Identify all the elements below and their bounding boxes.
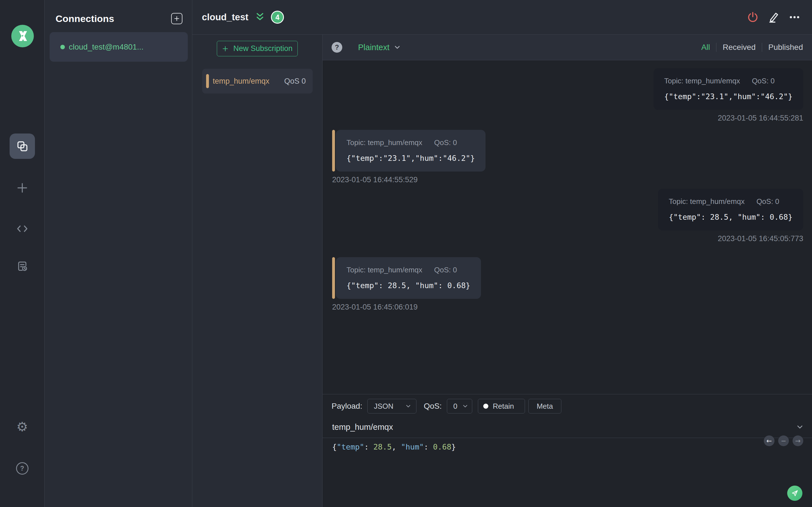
- log-icon: [16, 260, 29, 272]
- filter-published[interactable]: Published: [762, 43, 803, 52]
- header-actions: [747, 11, 801, 23]
- message-timestamp: 2023-01-05 16:44:55:529: [332, 175, 486, 184]
- help-circle-icon: ?: [16, 462, 29, 474]
- message-payload: {"temp":"23.1","hum":"46.2"}: [664, 92, 793, 101]
- next-message-button[interactable]: →: [793, 436, 803, 446]
- message-topic: Topic: temp_hum/emqx: [347, 138, 422, 147]
- payload-format-help-icon[interactable]: ?: [332, 42, 342, 53]
- subscription-topic: temp_hum/emqx: [213, 77, 269, 86]
- collapse-editor-icon[interactable]: [796, 423, 804, 431]
- connections-panel: Connections cloud_test@m4801...: [45, 0, 192, 507]
- main-body: New Subscription temp_hum/emqx QoS 0 ? P…: [192, 35, 812, 507]
- new-subscription-button[interactable]: New Subscription: [217, 41, 298, 56]
- payload-token-number: 28.5: [373, 443, 392, 451]
- message: Topic: temp_hum/emqx QoS: 0 {"temp": 28.…: [332, 257, 481, 312]
- plus-icon: [174, 15, 180, 22]
- clear-message-button[interactable]: −: [778, 436, 789, 446]
- payload-token-punct: }: [451, 443, 456, 451]
- mqttx-app: ⚙ ? Connections cloud_test@m4801... clou…: [0, 0, 812, 507]
- overlapping-squares-icon: [16, 140, 29, 153]
- connection-header: cloud_test 4: [192, 0, 812, 35]
- message-meta: Topic: temp_hum/emqx QoS: 0: [669, 197, 793, 206]
- sidebar-item-help[interactable]: ?: [16, 462, 29, 474]
- plus-icon: [222, 45, 229, 52]
- filter-received[interactable]: Received: [716, 43, 762, 52]
- main-panel: cloud_test 4: [192, 0, 812, 507]
- message-qos: QoS: 0: [434, 138, 457, 147]
- messages-toolbar: ? Plaintext All Received Published: [322, 35, 812, 60]
- message-meta: Topic: temp_hum/emqx QoS: 0: [664, 76, 793, 86]
- connection-item[interactable]: cloud_test@m4801...: [50, 32, 188, 62]
- send-button[interactable]: [787, 486, 802, 501]
- sidebar-item-log[interactable]: [16, 260, 29, 272]
- message-timestamp: 2023-01-05 16:45:06:019: [332, 303, 481, 312]
- qos-value: 0: [453, 402, 457, 411]
- topic-input[interactable]: temp_hum/emqx: [332, 422, 393, 432]
- message-row: Topic: temp_hum/emqx QoS: 0 {"temp": 28.…: [658, 189, 803, 230]
- message-format-select[interactable]: Plaintext: [358, 43, 401, 52]
- disconnect-power-icon[interactable]: [747, 11, 759, 23]
- chevron-down-icon: [405, 403, 412, 409]
- message: Topic: temp_hum/emqx QoS: 0 {"temp":"23.…: [654, 68, 803, 122]
- received-accent-bar: [332, 130, 335, 172]
- connected-status-dot: [60, 45, 65, 49]
- sidebar-item-connections[interactable]: [10, 133, 35, 159]
- subscription-qos: QoS 0: [284, 77, 306, 86]
- meta-button[interactable]: Meta: [528, 399, 561, 413]
- message-qos: QoS: 0: [752, 76, 775, 86]
- connection-name: cloud_test@m4801...: [69, 43, 144, 52]
- history-nav: ← − →: [764, 436, 803, 446]
- payload-token-punct: {: [332, 443, 337, 451]
- message-payload: {"temp": 28.5, "hum": 0.68}: [347, 281, 470, 290]
- more-options-icon[interactable]: [788, 11, 801, 23]
- payload-token-punct: :: [364, 443, 373, 451]
- retain-dot-icon: [483, 404, 488, 409]
- collapse-panel-icon[interactable]: [255, 12, 265, 22]
- payload-token-key: "hum": [401, 443, 424, 451]
- subscription-accent-bar: [206, 74, 209, 88]
- message-format-value: Plaintext: [358, 43, 389, 52]
- message-timestamp: 2023-01-05 16:44:55:281: [718, 114, 803, 122]
- subscription-count-badge: 4: [271, 11, 284, 24]
- publish-toolbar: Payload: JSON QoS: 0: [322, 394, 812, 413]
- message: Topic: temp_hum/emqx QoS: 0 {"temp":"23.…: [332, 130, 486, 184]
- connections-header: Connections: [45, 0, 192, 24]
- payload-editor[interactable]: {"temp": 28.5, "hum": 0.68}: [322, 438, 812, 451]
- code-icon: [16, 222, 29, 235]
- payload-format-value: JSON: [374, 402, 393, 411]
- filter-all[interactable]: All: [695, 43, 716, 52]
- message-list: Topic: temp_hum/emqx QoS: 0 {"temp":"23.…: [322, 60, 812, 394]
- payload-format-label: Payload:: [332, 402, 362, 411]
- message-payload: {"temp": 28.5, "hum": 0.68}: [669, 213, 793, 221]
- chevron-down-icon: [462, 403, 469, 409]
- retain-toggle[interactable]: Retain: [478, 399, 525, 413]
- payload-format-select[interactable]: JSON: [367, 399, 416, 413]
- message-meta: Topic: temp_hum/emqx QoS: 0: [347, 266, 470, 274]
- page-title: cloud_test: [202, 12, 248, 22]
- message-bubble: Topic: temp_hum/emqx QoS: 0 {"temp":"23.…: [336, 130, 486, 172]
- message-qos: QoS: 0: [434, 266, 457, 274]
- message-topic: Topic: temp_hum/emqx: [664, 76, 740, 86]
- prev-message-button[interactable]: ←: [764, 436, 774, 446]
- meta-label: Meta: [537, 402, 553, 411]
- payload-token-punct: ,: [392, 443, 401, 451]
- plus-icon: [16, 181, 29, 194]
- new-connection-button[interactable]: [171, 13, 183, 24]
- qos-select[interactable]: 0: [447, 399, 472, 413]
- gear-icon: ⚙: [16, 420, 28, 433]
- sidebar-item-new-connection[interactable]: [16, 181, 29, 194]
- message-row: Topic: temp_hum/emqx QoS: 0 {"temp":"23.…: [332, 130, 486, 172]
- sidebar-item-settings[interactable]: ⚙: [16, 420, 28, 433]
- message-bubble: Topic: temp_hum/emqx QoS: 0 {"temp": 28.…: [336, 257, 481, 299]
- sidebar-item-script[interactable]: [16, 222, 29, 235]
- message-row: Topic: temp_hum/emqx QoS: 0 {"temp":"23.…: [654, 68, 803, 110]
- chevron-down-icon: [393, 43, 401, 51]
- mqttx-logo: [11, 25, 34, 47]
- payload-token-punct: :: [424, 443, 433, 451]
- edit-pencil-icon[interactable]: [767, 11, 780, 23]
- retain-label: Retain: [493, 402, 514, 411]
- message-qos: QoS: 0: [756, 197, 779, 206]
- subscription-item[interactable]: temp_hum/emqx QoS 0: [202, 69, 313, 94]
- message: Topic: temp_hum/emqx QoS: 0 {"temp": 28.…: [658, 189, 803, 243]
- subscriptions-panel: New Subscription temp_hum/emqx QoS 0: [192, 35, 322, 507]
